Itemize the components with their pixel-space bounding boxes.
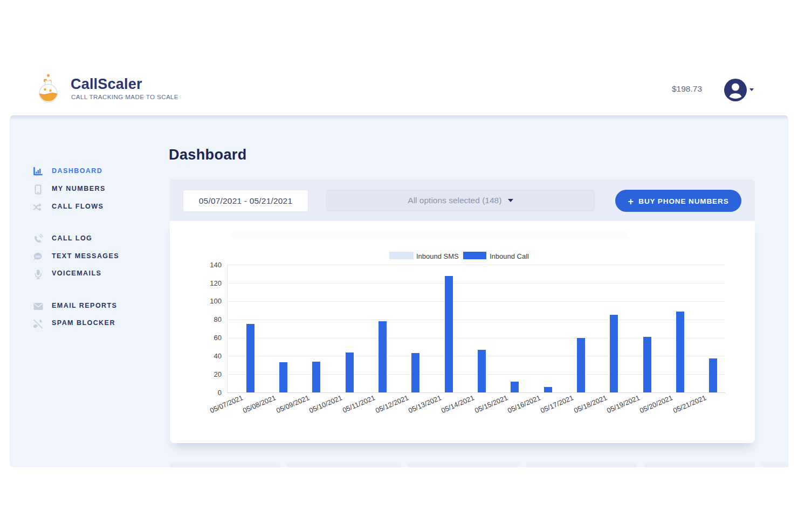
svg-text:SMS: SMS <box>35 255 40 258</box>
